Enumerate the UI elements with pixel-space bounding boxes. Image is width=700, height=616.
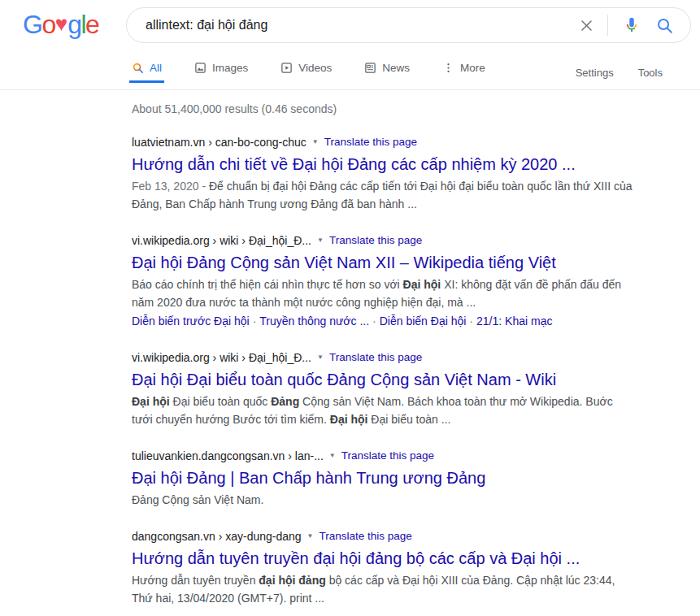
images-icon xyxy=(194,62,207,74)
result-snippet: Đảng Cộng sản Việt Nam. xyxy=(132,491,633,509)
translate-link[interactable]: Translate this page xyxy=(341,448,434,464)
breadcrumb-text: vi.wikipedia.org › wiki › Đại_hội_Đ... xyxy=(132,232,311,249)
result-title-link[interactable]: Đại hội Đảng Cộng sản Việt Nam XII – Wik… xyxy=(132,252,556,273)
tab-label: More xyxy=(460,62,485,74)
search-result: vi.wikipedia.org › wiki › Đại_hội_Đ... ▼… xyxy=(132,349,633,428)
heart-icon: ♥ xyxy=(55,11,67,37)
snippet-text: Hướng dẫn tuyên truyền xyxy=(132,574,259,587)
search-bar xyxy=(126,7,691,43)
result-title-link[interactable]: Hướng dẫn chi tiết về Đại hội Đảng các c… xyxy=(132,154,576,175)
search-result: dangcongsan.vn › xay-dung-dang ▼ Transla… xyxy=(132,527,633,607)
snippet-text: đại hội đảng xyxy=(259,574,325,587)
result-type-tabs: All Images Videos xyxy=(129,60,488,83)
chevron-down-icon[interactable]: ▼ xyxy=(317,349,324,366)
search-icon xyxy=(132,62,144,74)
breadcrumb: dangcongsan.vn › xay-dung-dang ▼ Transla… xyxy=(132,527,633,544)
breadcrumb-text: tulieuvankien.dangcongsan.vn › lan-... xyxy=(132,448,324,464)
snippet-text: Đại hội xyxy=(132,395,170,408)
sitelink[interactable]: Diễn biến trước Đại hội xyxy=(132,315,250,328)
results-area: About 51,400,000 results (0.46 seconds) … xyxy=(0,90,633,607)
breadcrumb-text: dangcongsan.vn › xay-dung-dang xyxy=(132,528,302,544)
translate-link[interactable]: Translate this page xyxy=(329,349,422,366)
breadcrumb-text: vi.wikipedia.org › wiki › Đại_hội_Đ... xyxy=(132,349,311,366)
snippet-text: Đại hội xyxy=(403,278,441,291)
search-bar-divider xyxy=(607,15,608,36)
sitelink[interactable]: Diễn biến Đại hội xyxy=(380,315,467,328)
tab-label: Images xyxy=(212,62,248,74)
result-sitelinks: Diễn biến trước Đại hội·Truyền thông nướ… xyxy=(132,312,633,330)
breadcrumb-text: luatvietnam.vn › can-bo-cong-chuc xyxy=(132,134,307,150)
snippet-text: Đại biểu toàn ... xyxy=(367,413,450,426)
snippet-text: Đảng Cộng sản Việt Nam. xyxy=(132,493,263,506)
translate-link[interactable]: Translate this page xyxy=(324,134,417,150)
search-result: tulieuvankien.dangcongsan.vn › lan-... ▼… xyxy=(132,447,633,509)
tab-news[interactable]: News xyxy=(362,60,412,83)
header-links: Settings Tools xyxy=(576,67,663,79)
settings-link[interactable]: Settings xyxy=(576,67,614,79)
search-result: vi.wikipedia.org › wiki › Đại_hội_Đ... ▼… xyxy=(132,232,633,330)
tab-images[interactable]: Images xyxy=(192,60,250,83)
result-stats: About 51,400,000 results (0.46 seconds) xyxy=(132,102,633,115)
result-snippet: Hướng dẫn tuyên truyền đại hội đảng bộ c… xyxy=(132,571,633,607)
result-snippet: Feb 13, 2020 - Để chuẩn bị đại hội Đảng … xyxy=(132,177,633,213)
tools-link[interactable]: Tools xyxy=(638,67,663,79)
chevron-down-icon[interactable]: ▼ xyxy=(329,447,336,464)
snippet-text: Đảng xyxy=(271,395,299,408)
breadcrumb: tulieuvankien.dangcongsan.vn › lan-... ▼… xyxy=(132,447,633,464)
sitelink-separator: · xyxy=(369,315,380,328)
chevron-down-icon[interactable]: ▼ xyxy=(317,232,324,249)
tab-more[interactable]: More xyxy=(440,60,488,83)
result-snippet: Đại hội Đại biểu toàn quốc Đảng Cộng sản… xyxy=(132,393,633,428)
tab-label: All xyxy=(150,62,162,74)
videos-icon xyxy=(280,62,293,74)
search-input[interactable] xyxy=(127,18,579,33)
snippet-text: Đại hội xyxy=(330,413,368,426)
search-result: luatvietnam.vn › can-bo-cong-chuc ▼ Tran… xyxy=(132,133,633,213)
chevron-down-icon[interactable]: ▼ xyxy=(312,133,319,150)
search-icon[interactable] xyxy=(655,16,674,35)
result-title-link[interactable]: Hướng dẫn tuyên truyền đại hội đảng bộ c… xyxy=(132,548,580,569)
translate-link[interactable]: Translate this page xyxy=(329,232,422,249)
results-list: luatvietnam.vn › can-bo-cong-chuc ▼ Tran… xyxy=(132,133,633,607)
snippet-text: Đại biểu toàn quốc xyxy=(170,395,272,408)
sitelink[interactable]: 21/1: Khai mạc xyxy=(476,315,552,328)
tab-label: Videos xyxy=(298,62,332,74)
google-logo[interactable]: Go♥gle xyxy=(23,10,98,40)
result-title-link[interactable]: Đại hội Đảng | Ban Chấp hành Trung ương … xyxy=(132,467,485,488)
sitelink-separator: · xyxy=(466,315,476,328)
snippet-text: Báo cáo chính trị thể hiện cái nhìn thực… xyxy=(132,278,403,291)
result-title-link[interactable]: Đại hội Đại biểu toàn quốc Đảng Cộng sản… xyxy=(132,369,556,390)
breadcrumb: luatvietnam.vn › can-bo-cong-chuc ▼ Tran… xyxy=(132,133,633,150)
more-dots-icon xyxy=(442,62,454,74)
sitelink[interactable]: Truyền thông nước ... xyxy=(259,315,369,328)
translate-link[interactable]: Translate this page xyxy=(320,528,412,544)
tab-label: News xyxy=(382,62,410,74)
microphone-icon[interactable] xyxy=(623,16,641,34)
clear-icon[interactable] xyxy=(579,18,594,33)
breadcrumb: vi.wikipedia.org › wiki › Đại_hội_Đ... ▼… xyxy=(132,349,633,366)
news-icon xyxy=(364,62,376,74)
snippet-text: Feb 13, 2020 - xyxy=(132,180,209,193)
breadcrumb: vi.wikipedia.org › wiki › Đại_hội_Đ... ▼… xyxy=(132,232,633,249)
sitelink-separator: · xyxy=(250,315,260,328)
search-header: Go♥gle xyxy=(0,0,700,90)
result-snippet: Báo cáo chính trị thể hiện cái nhìn thực… xyxy=(132,275,633,311)
tab-all[interactable]: All xyxy=(129,60,164,83)
tab-videos[interactable]: Videos xyxy=(278,60,334,83)
chevron-down-icon[interactable]: ▼ xyxy=(307,527,314,544)
